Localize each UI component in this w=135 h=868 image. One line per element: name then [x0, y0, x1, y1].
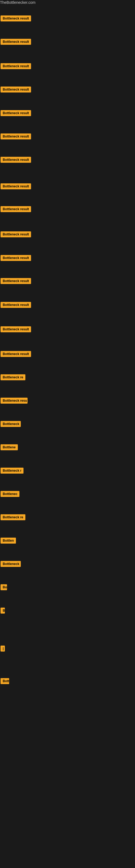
bottleneck-badge-13[interactable]: Bottleneck result	[1, 302, 31, 308]
bottleneck-item-3: Bottleneck result	[1, 63, 31, 70]
bottleneck-badge-28[interactable]: Bott	[1, 678, 9, 684]
bottleneck-item-22: Bottleneck re	[1, 514, 26, 521]
bottleneck-item-10: Bottleneck result	[1, 231, 31, 239]
bottleneck-badge-14[interactable]: Bottleneck result	[1, 326, 31, 332]
bottleneck-item-1: Bottleneck result	[1, 16, 31, 23]
bottleneck-item-21: Bottlenec	[1, 491, 19, 498]
bottleneck-item-17: Bottleneck resu	[1, 398, 28, 405]
bottleneck-item-18: Bottleneck	[1, 421, 21, 428]
bottleneck-badge-16[interactable]: Bottleneck re	[1, 374, 26, 380]
bottleneck-badge-19[interactable]: Bottlene	[1, 444, 18, 450]
bottleneck-item-14: Bottleneck result	[1, 326, 31, 333]
bottleneck-badge-17[interactable]: Bottleneck resu	[1, 398, 28, 404]
bottleneck-badge-21[interactable]: Bottlenec	[1, 491, 19, 497]
bottleneck-item-25: Bo	[1, 584, 7, 591]
bottleneck-item-2: Bottleneck result	[1, 39, 31, 46]
bottleneck-item-16: Bottleneck re	[1, 374, 26, 381]
bottleneck-badge-12[interactable]: Bottleneck result	[1, 278, 31, 284]
bottleneck-badge-20[interactable]: Bottleneck r	[1, 468, 24, 474]
bottleneck-item-23: Bottlen	[1, 538, 16, 545]
bottleneck-badge-6[interactable]: Bottleneck result	[1, 133, 31, 140]
bottleneck-badge-22[interactable]: Bottleneck re	[1, 514, 26, 520]
bottleneck-item-4: Bottleneck result	[1, 87, 31, 94]
bottleneck-badge-18[interactable]: Bottleneck	[1, 421, 21, 427]
bottleneck-badge-3[interactable]: Bottleneck result	[1, 63, 31, 69]
bottleneck-item-6: Bottleneck result	[1, 133, 31, 141]
bottleneck-item-9: Bottleneck result	[1, 206, 31, 213]
bottleneck-item-8: Bottleneck result	[1, 183, 31, 190]
bottleneck-item-5: Bottleneck result	[1, 110, 31, 117]
bottleneck-badge-27[interactable]: |	[1, 646, 5, 652]
bottleneck-badge-11[interactable]: Bottleneck result	[1, 255, 31, 261]
bottleneck-item-27: |	[1, 646, 5, 653]
site-header: TheBottlenecker.com	[0, 0, 135, 5]
bottleneck-item-11: Bottleneck result	[1, 255, 31, 262]
bottleneck-item-12: Bottleneck result	[1, 278, 31, 285]
bottleneck-item-28: Bott	[1, 678, 9, 685]
bottleneck-item-7: Bottleneck result	[1, 157, 31, 164]
bottleneck-badge-15[interactable]: Bottleneck result	[1, 351, 31, 357]
bottleneck-badge-7[interactable]: Bottleneck result	[1, 157, 31, 163]
bottleneck-badge-24[interactable]: Bottleneck	[1, 561, 21, 567]
bottleneck-badge-4[interactable]: Bottleneck result	[1, 87, 31, 93]
bottleneck-badge-8[interactable]: Bottleneck result	[1, 183, 31, 189]
bottleneck-badge-10[interactable]: Bottleneck result	[1, 231, 31, 237]
bottleneck-item-19: Bottlene	[1, 444, 18, 452]
bottleneck-badge-1[interactable]: Bottleneck result	[1, 16, 31, 22]
bottleneck-badge-25[interactable]: Bo	[1, 584, 7, 590]
bottleneck-item-15: Bottleneck result	[1, 351, 31, 358]
bottleneck-badge-23[interactable]: Bottlen	[1, 538, 16, 544]
bottleneck-badge-9[interactable]: Bottleneck result	[1, 206, 31, 212]
bottleneck-badge-2[interactable]: Bottleneck result	[1, 39, 31, 45]
bottleneck-item-20: Bottleneck r	[1, 468, 24, 475]
bottleneck-badge-5[interactable]: Bottleneck result	[1, 110, 31, 116]
bottleneck-item-24: Bottleneck	[1, 561, 21, 568]
bottleneck-badge-26[interactable]: B	[1, 608, 5, 614]
bottleneck-item-13: Bottleneck result	[1, 302, 31, 309]
bottleneck-item-26: B	[1, 608, 5, 615]
